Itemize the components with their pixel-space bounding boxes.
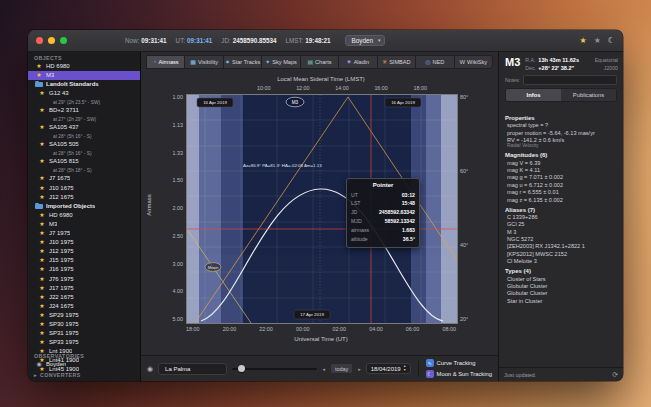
- refresh-icon[interactable]: ⟳: [612, 371, 618, 379]
- moon-sun-tracking-toggle[interactable]: ☾ Moon & Sun Tracking: [426, 370, 492, 378]
- tracking-options: ∿ Curve Tracking ☾ Moon & Sun Tracking: [426, 359, 492, 378]
- view-tab[interactable]: ◎ NED: [415, 55, 453, 69]
- observatory-select[interactable]: Boyden ▾: [345, 35, 386, 47]
- object-list-item[interactable]: J12 1675: [28, 193, 140, 202]
- object-list-item[interactable]: J17 1975: [28, 284, 140, 293]
- secondary-star-icon[interactable]: ★: [594, 37, 601, 45]
- minimize-button[interactable]: [48, 37, 55, 44]
- detail-row[interactable]: mag r = 6.555 ± 0.01: [505, 188, 617, 195]
- object-list-item[interactable]: Imported Objects: [28, 202, 140, 211]
- view-tab[interactable]: ◔ Airmass: [146, 55, 184, 69]
- detail-row[interactable]: mag u = 6.712 ± 0.002: [505, 180, 617, 187]
- notes-input[interactable]: [523, 75, 617, 85]
- view-tab[interactable]: ✷ Aladin: [338, 55, 376, 69]
- object-list-item[interactable]: M3: [28, 220, 140, 229]
- object-list-item[interactable]: HD 6980: [28, 62, 140, 71]
- detail-row[interactable]: Cl Melotte 3: [505, 257, 617, 264]
- observatory-select-value: Boyden: [352, 37, 373, 44]
- date-stepper[interactable]: ▴ ▾: [404, 365, 406, 371]
- object-list-item[interactable]: Landolt Standards: [28, 80, 140, 89]
- detail-row[interactable]: [KPS2012] MWSC 2152: [505, 249, 617, 256]
- curve-tracking-toggle[interactable]: ∿ Curve Tracking: [426, 359, 492, 367]
- view-tab[interactable]: ▦ Visibility: [184, 55, 222, 69]
- detail-row[interactable]: mag K = 4.11: [505, 166, 617, 173]
- object-list-item[interactable]: J24 1675: [28, 302, 140, 311]
- slider-thumb[interactable]: [238, 365, 245, 372]
- detail-row[interactable]: mag g = 7.071 ± 0.002: [505, 173, 617, 180]
- pointer-value: 2458592.63342: [379, 208, 415, 217]
- favorite-star-icon[interactable]: ★: [579, 37, 586, 45]
- object-list-item[interactable]: J15 1975: [28, 257, 140, 266]
- curve-tracking-icon: ∿: [426, 359, 434, 367]
- detail-text: mag r = 6.555 ± 0.01: [507, 189, 559, 195]
- object-list-item[interactable]: BD+2 3711 at 27° (2h 29° - SW): [28, 106, 140, 123]
- view-tab[interactable]: ✳ SIMBAD: [377, 55, 415, 69]
- object-icon: [35, 63, 43, 71]
- detail-row[interactable]: Cluster of Stars: [505, 274, 617, 281]
- titlebar[interactable]: Now:09:31:41 UT:09:31:41 JD:2458590.8553…: [28, 30, 623, 52]
- object-list-item[interactable]: SP33 1975: [28, 338, 140, 347]
- object-list-item[interactable]: SA105 437 at 28° (5h 16° - S): [28, 123, 140, 140]
- axis-tick-label: 3.00: [173, 261, 184, 267]
- object-list-item[interactable]: J16 1975: [28, 266, 140, 275]
- object-label: HD 6980: [46, 63, 70, 71]
- object-icon: [38, 194, 46, 202]
- object-list-item[interactable]: J22 1675: [28, 293, 140, 302]
- object-title: M3: [505, 57, 520, 68]
- view-tab[interactable]: W WikiSky: [454, 55, 493, 69]
- chevron-right-icon[interactable]: ▸: [358, 366, 361, 372]
- object-list-item[interactable]: HD 6980: [28, 211, 140, 220]
- converters-header[interactable]: ▸ CONVERTERS: [28, 369, 140, 379]
- detail-row[interactable]: GCl 25: [505, 220, 617, 227]
- today-button[interactable]: today: [330, 363, 353, 374]
- object-list-item[interactable]: G12 43 at 29° (2h 23.5° - SW): [28, 89, 140, 106]
- tab-icon: ▦: [190, 59, 196, 65]
- object-list-item[interactable]: M3: [28, 71, 140, 80]
- stepper-down-icon[interactable]: ▾: [404, 369, 406, 372]
- detail-row[interactable]: NGC 5272: [505, 235, 617, 242]
- detail-row[interactable]: Globular Cluster: [505, 289, 617, 296]
- detail-row[interactable]: spectral type = ?: [505, 121, 617, 128]
- object-label: SP31 1975: [49, 330, 79, 338]
- time-slider[interactable]: [232, 365, 318, 373]
- view-tab[interactable]: ▤ Charts: [300, 55, 338, 69]
- detail-row[interactable]: [ZEH2003] RX J1342.1+2822 1: [505, 242, 617, 249]
- close-button[interactable]: [36, 37, 43, 44]
- object-list-item[interactable]: J76 1975: [28, 275, 140, 284]
- info-tab[interactable]: Infos: [506, 89, 561, 101]
- object-list-item[interactable]: SP31 1975: [28, 329, 140, 338]
- tab-icon: W: [459, 59, 465, 65]
- detail-row[interactable]: C 1339+286: [505, 213, 617, 220]
- object-list-item[interactable]: J12 1975: [28, 247, 140, 256]
- date-field[interactable]: 18/04/2019 ▴ ▾: [366, 363, 411, 374]
- svg-text:17 Apr 2019: 17 Apr 2019: [300, 312, 324, 317]
- object-list-item[interactable]: SA105 505 at 28° (5h 16° - S): [28, 141, 140, 158]
- object-list-item[interactable]: J10 1975: [28, 238, 140, 247]
- lmst-value: 19:48:21: [305, 37, 330, 44]
- ut-value: 09:31:41: [187, 37, 212, 44]
- view-tab[interactable]: ✶ Star Tracks: [223, 55, 261, 69]
- detail-row[interactable]: Globular Cluster: [505, 282, 617, 289]
- night-mode-moon-icon[interactable]: ☾: [608, 37, 615, 45]
- lmst-label: LMST:: [285, 37, 303, 44]
- object-list-item[interactable]: SP30 1975: [28, 320, 140, 329]
- location-field[interactable]: La Palma: [158, 363, 227, 375]
- view-tab[interactable]: ✦ Sky Maps: [261, 55, 299, 69]
- chevron-left-icon[interactable]: ◂: [322, 366, 325, 372]
- observatory-item[interactable]: Boyden: [28, 360, 140, 369]
- tab-icon: ✦: [265, 59, 270, 65]
- object-list-item[interactable]: J7 1675: [28, 175, 140, 184]
- info-tab[interactable]: Publications: [561, 89, 616, 101]
- detail-row[interactable]: proper motion = -5.64, -6.13 mas/yr: [505, 128, 617, 135]
- object-list-item[interactable]: J10 1675: [28, 184, 140, 193]
- detail-row[interactable]: M 3: [505, 227, 617, 234]
- detail-row[interactable]: mag V = 6.39: [505, 158, 617, 165]
- object-list-item[interactable]: SP29 1975: [28, 311, 140, 320]
- detail-row[interactable]: mag z = 6.135 ± 0.002: [505, 195, 617, 202]
- object-list-item[interactable]: SA105 815 at 28° (5h 18° - S): [28, 158, 140, 175]
- zoom-button[interactable]: [60, 37, 67, 44]
- object-label: SP30 1975: [49, 321, 79, 329]
- object-list-item[interactable]: J7 1975: [28, 229, 140, 238]
- detail-row[interactable]: RV = -141.2 ± 0.6 km/s Radial Velocity: [505, 136, 617, 148]
- detail-row[interactable]: Star in Cluster: [505, 296, 617, 303]
